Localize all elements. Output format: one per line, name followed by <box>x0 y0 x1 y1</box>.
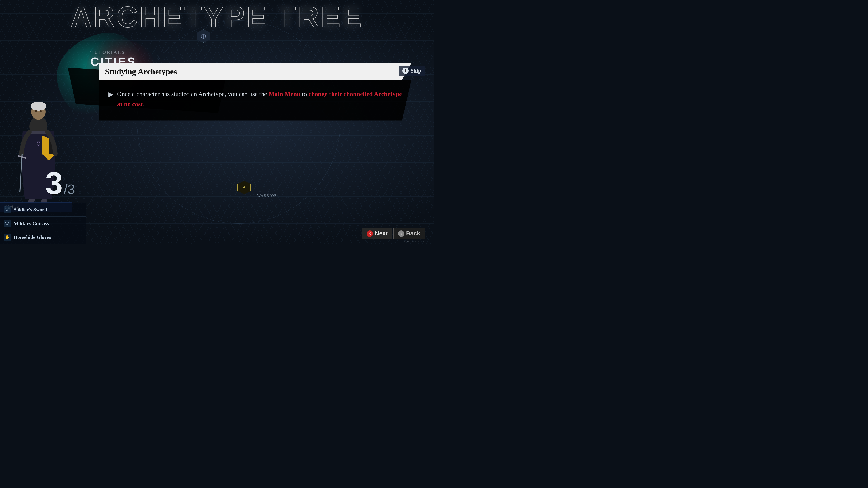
hex-shape-top <box>197 29 210 43</box>
tutorial-text-part1: Once a character has studied an Archetyp… <box>117 90 269 97</box>
equipment-name-armor: Military Cuirass <box>13 221 49 226</box>
tutorial-title: Studying Archetypes <box>105 67 406 76</box>
back-button-icon: ○ <box>398 230 404 237</box>
level-max: /3 <box>64 182 75 197</box>
hex-shape-warrior <box>237 181 251 194</box>
tutorial-title-bar: Studying Archetypes <box>99 63 411 80</box>
tab-tutorials[interactable]: TUTORIALS <box>90 50 136 55</box>
back-button[interactable]: ○ Back <box>393 228 425 239</box>
equipment-item-sword[interactable]: ⚔ Soldier's Sword <box>0 203 86 217</box>
skip-button[interactable]: i Skip <box>399 66 425 76</box>
tutorial-text-end: . <box>143 101 145 107</box>
page-title: Archetype Tree <box>0 2 434 32</box>
next-button[interactable]: ✕ Next <box>362 228 392 239</box>
svg-point-8 <box>40 110 41 112</box>
page-title-container: Archetype Tree <box>0 0 434 32</box>
gloves-icon: ✋ <box>4 234 11 241</box>
equipment-name-gloves: Horsehide Gloves <box>13 234 51 240</box>
skip-label: Skip <box>410 68 421 74</box>
next-button-label: Next <box>375 230 388 237</box>
svg-point-2 <box>31 102 46 111</box>
tutorial-content: ▶ Once a character has studied an Archet… <box>99 80 411 121</box>
tutorial-box: Studying Archetypes ▶ Once a character h… <box>99 63 411 121</box>
hex-node-top[interactable] <box>197 29 210 43</box>
tutorial-body: Once a character has studied an Archetyp… <box>117 89 402 109</box>
info-icon: i <box>402 68 409 74</box>
svg-marker-14 <box>243 185 245 189</box>
svg-line-4 <box>20 154 22 192</box>
svg-point-7 <box>35 110 37 112</box>
next-button-icon: ✕ <box>367 230 373 237</box>
equipment-list: ⚔ Soldier's Sword 🛡 Military Cuirass ✋ H… <box>0 203 86 244</box>
tutorial-text-part2: to <box>301 90 309 97</box>
equipment-item-armor[interactable]: 🛡 Military Cuirass <box>0 217 86 230</box>
equipment-item-gloves[interactable]: ✋ Horsehide Gloves <box>0 230 86 244</box>
level-number: 3 <box>45 167 63 199</box>
copyright-text: © ATLUS. © SEGA. <box>404 240 425 243</box>
armor-icon: 🛡 <box>4 220 11 227</box>
sword-icon: ⚔ <box>4 206 11 213</box>
bottom-navigation: ✕ Next ○ Back <box>362 228 425 239</box>
svg-rect-3 <box>29 131 48 134</box>
hex-node-warrior[interactable] <box>237 181 251 194</box>
tutorial-arrow-icon: ▶ <box>108 90 114 109</box>
level-display: 3 /3 <box>45 167 75 199</box>
equipment-name-sword: Soldier's Sword <box>13 207 47 213</box>
tutorial-highlight-menu: Main Menu <box>269 90 301 97</box>
tutorial-text: ▶ Once a character has studied an Archet… <box>108 89 402 109</box>
back-button-label: Back <box>406 230 420 237</box>
